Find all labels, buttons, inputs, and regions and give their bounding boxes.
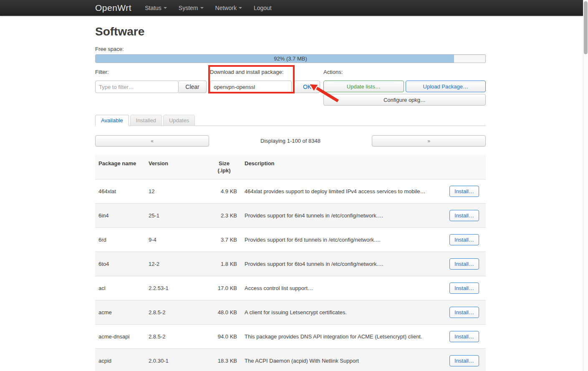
package-version-cell: 2.0.30-1 — [145, 349, 208, 371]
package-size-cell: 94.0 KB — [208, 325, 241, 349]
package-version-cell: 9-4 — [145, 228, 208, 252]
free-space-label: Free space: — [95, 46, 486, 52]
chevron-down-icon — [164, 7, 167, 9]
package-size-cell: 48.0 KB — [208, 300, 241, 325]
nav-item-network-label: Network — [215, 5, 237, 11]
package-description-cell: Provides support for 6to4 tunnels in /et… — [241, 252, 444, 276]
column-header-size-line1: Size — [211, 160, 237, 167]
package-description-cell: Provides support for 6in4 tunnels in /et… — [241, 204, 444, 228]
package-size-cell: 2.3 KB — [208, 204, 241, 228]
actions-label: Actions: — [323, 69, 486, 76]
package-name-cell: acme — [95, 300, 145, 325]
package-name-cell: acl — [95, 276, 145, 300]
column-header-version: Version — [145, 155, 208, 179]
package-name-cell: 6rd — [95, 228, 145, 252]
package-size-cell: 18.3 KB — [208, 349, 241, 371]
tab-updates[interactable]: Updates — [163, 115, 195, 126]
package-actions-cell: Install… — [444, 276, 486, 300]
package-size-cell: 3.7 KB — [208, 228, 241, 252]
package-table: Package name Version Size (.ipk) Descrip… — [95, 155, 486, 371]
nav-item-network[interactable]: Network — [209, 5, 248, 11]
package-description-cell: A client for issuing Letsencrypt certifi… — [241, 300, 444, 325]
scrollbar-thumb[interactable] — [584, 1, 588, 54]
install-button[interactable]: Install… — [449, 234, 479, 245]
package-size-cell: 4.9 KB — [208, 179, 241, 204]
nav-item-system-label: System — [179, 5, 198, 11]
package-name-cell: 6to4 — [95, 252, 145, 276]
clear-button[interactable]: Clear — [179, 81, 207, 93]
ok-button[interactable]: OK — [294, 81, 320, 93]
tab-available[interactable]: Available — [95, 115, 129, 126]
install-button[interactable]: Install… — [449, 210, 479, 221]
nav-item-status[interactable]: Status — [139, 5, 173, 11]
package-name-cell: 464xlat — [95, 179, 145, 204]
table-row: 6to4 12-2 1.8 KB Provides support for 6t… — [95, 252, 486, 276]
chevron-down-icon — [239, 7, 242, 9]
package-tabs: Available Installed Updates — [95, 115, 486, 126]
table-row: acme-dnsapi 2.8.5-2 94.0 KB This package… — [95, 325, 486, 349]
package-version-cell: 25-1 — [145, 204, 208, 228]
filter-input[interactable] — [95, 81, 179, 93]
install-button[interactable]: Install… — [449, 307, 479, 318]
package-actions-cell: Install… — [444, 325, 486, 349]
package-name-cell: acpid — [95, 349, 145, 371]
package-table-body: 464xlat 12 4.9 KB 464xlat provides suppo… — [95, 179, 486, 371]
download-package-input[interactable] — [210, 81, 292, 93]
page-title: Software — [95, 25, 486, 38]
free-space-progressbar: 92% (3.7 MB) — [95, 54, 486, 63]
column-header-description: Description — [241, 155, 444, 179]
package-size-cell: 1.8 KB — [208, 252, 241, 276]
package-name-cell: 6in4 — [95, 204, 145, 228]
table-row: acpid 2.0.30-1 18.3 KB The ACPI Daemon (… — [95, 349, 486, 371]
column-header-actions — [444, 155, 486, 179]
table-row: 6rd 9-4 3.7 KB Provides support for 6rd … — [95, 228, 486, 252]
pagination-prev-button[interactable]: « — [95, 135, 209, 146]
pagination-status: Displaying 1-100 of 8348 — [209, 138, 372, 144]
table-row: 6in4 25-1 2.3 KB Provides support for 6i… — [95, 204, 486, 228]
install-button[interactable]: Install… — [449, 258, 479, 270]
package-description-cell: This package provides DNS API integratio… — [241, 325, 444, 349]
package-version-cell: 12-2 — [145, 252, 208, 276]
package-actions-cell: Install… — [444, 204, 486, 228]
package-version-cell: 2.8.5-2 — [145, 300, 208, 325]
install-button[interactable]: Install… — [449, 283, 479, 294]
free-space-progress-text: 92% (3.7 MB) — [96, 55, 485, 63]
table-row: 464xlat 12 4.9 KB 464xlat provides suppo… — [95, 179, 486, 204]
openwrt-brand: OpenWrt — [95, 3, 131, 13]
package-version-cell: 2.8.5-2 — [145, 325, 208, 349]
upload-package-button[interactable]: Upload Package… — [406, 81, 486, 92]
package-size-cell: 17.0 KB — [208, 276, 241, 300]
package-description-cell: The ACPI Daemon (acpid) With Netlink Sup… — [241, 349, 444, 371]
package-version-cell: 12 — [145, 179, 208, 204]
install-button[interactable]: Install… — [449, 186, 479, 197]
filter-label: Filter: — [95, 69, 207, 76]
nav-item-system[interactable]: System — [173, 5, 209, 11]
configure-opkg-button[interactable]: Configure opkg… — [323, 94, 486, 106]
package-version-cell: 2.2.53-1 — [145, 276, 208, 300]
package-actions-cell: Install… — [444, 228, 486, 252]
nav-item-status-label: Status — [145, 5, 162, 11]
package-actions-cell: Install… — [444, 300, 486, 325]
update-lists-button[interactable]: Update lists… — [323, 81, 404, 92]
nav-item-logout[interactable]: Logout — [248, 5, 278, 11]
package-actions-cell: Install… — [444, 179, 486, 204]
vertical-scrollbar[interactable] — [583, 0, 588, 371]
install-button[interactable]: Install… — [449, 331, 479, 342]
package-actions-cell: Install… — [444, 349, 486, 371]
column-header-size: Size (.ipk) — [208, 155, 241, 179]
package-description-cell: Access control list support… — [241, 276, 444, 300]
download-install-label: Download and install package: — [210, 69, 320, 76]
nav-menu: Status System Network Logout — [139, 5, 278, 11]
table-row: acl 2.2.53-1 17.0 KB Access control list… — [95, 276, 486, 300]
package-description-cell: Provides support for 6rd tunnels in /etc… — [241, 228, 444, 252]
table-header-row: Package name Version Size (.ipk) Descrip… — [95, 155, 486, 179]
package-actions-cell: Install… — [444, 252, 486, 276]
tab-installed[interactable]: Installed — [130, 115, 162, 126]
pagination-next-button[interactable]: » — [372, 135, 486, 146]
install-button[interactable]: Install… — [449, 355, 479, 366]
table-row: acme 2.8.5-2 48.0 KB A client for issuin… — [95, 300, 486, 325]
column-header-size-line2: (.ipk) — [211, 167, 237, 174]
package-description-cell: 464xlat provides support to deploy limit… — [241, 179, 444, 204]
top-navbar: OpenWrt Status System Network Logout — [0, 0, 583, 16]
column-header-package-name: Package name — [95, 155, 145, 179]
